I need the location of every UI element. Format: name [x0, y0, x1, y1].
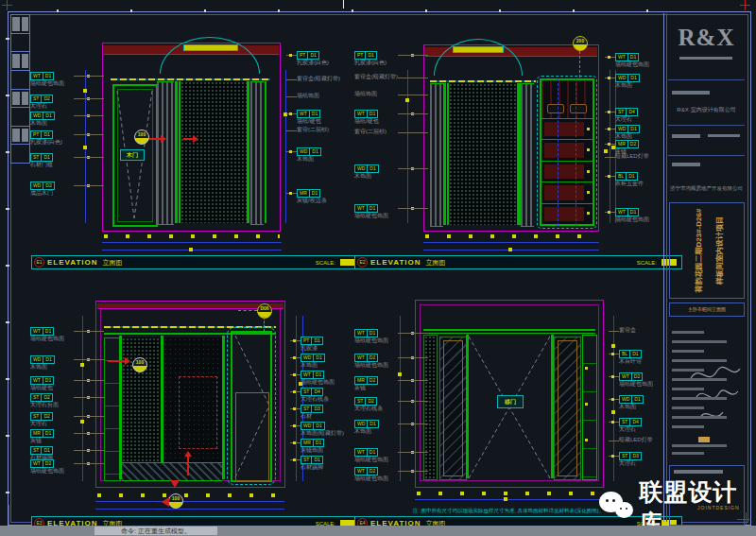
material-code: MRD2: [354, 376, 378, 385]
material-code: WDD2: [30, 182, 55, 190]
leader-tick: [87, 432, 90, 435]
material-tag: WTD1墙纸硬包饰面: [354, 448, 421, 463]
dimension-line: [95, 501, 284, 502]
leader-tick: [293, 390, 296, 393]
material-code: STD4: [619, 418, 642, 426]
material-caption: 茶镜: [354, 385, 421, 391]
watermark-subtext: JOINTDESIGN: [697, 505, 740, 510]
lintel-line: [430, 80, 536, 82]
project-name-box: 荷韵花园二期D23#-D26# 样板间室内设计项目: [669, 202, 745, 299]
material-caption: 石材门槛: [30, 162, 96, 168]
side-column: [582, 335, 597, 480]
material-code: WDD1: [354, 164, 379, 173]
material-code: WTD1: [615, 53, 639, 61]
leader-tick: [611, 375, 614, 378]
material-caption: 大理石线条: [354, 406, 421, 412]
field-bar: [672, 378, 727, 381]
material-tags-left: WTD1墙纸硬包饰面WTD2墙纸硬包饰面MRD2茶镜STD2大理石线条WDD1木…: [352, 278, 413, 531]
material-code: BLD1: [619, 350, 642, 358]
leader-tick: [608, 56, 610, 59]
leader-tick: [87, 358, 90, 361]
material-code: MRD1: [297, 189, 320, 198]
logo-tagline-bar: [679, 57, 732, 60]
dim-tick: [585, 367, 588, 370]
frame-stile: [265, 81, 266, 223]
material-tag: STD1石材门槛: [30, 153, 96, 168]
leader-tick: [411, 451, 414, 454]
door-tag: 木门: [120, 149, 145, 161]
field-bar: [672, 388, 704, 390]
field-bar: [672, 340, 727, 343]
material-tag: 窗帘盒(暗藏灯带): [354, 74, 421, 80]
material-tag: WTD2墙纸硬包饰面: [354, 354, 421, 369]
wardrobe-cabinet: [540, 78, 594, 226]
material-code: WTD2: [30, 459, 54, 468]
lintel-line: [111, 78, 270, 80]
material-code: STD4: [301, 388, 323, 396]
material-caption: 墙纸硬包饰面: [30, 80, 96, 87]
field-bar: [672, 134, 700, 138]
leader-tick: [411, 207, 414, 210]
material-caption: 大理石台面: [30, 402, 96, 408]
bubble-leader: [238, 310, 257, 311]
material-code: WTD1: [354, 110, 378, 118]
material-caption: 木饰面: [354, 428, 421, 435]
door-frame-line: [443, 340, 463, 476]
leader-tick: [608, 77, 610, 79]
material-caption: 墙纸硬包饰面: [354, 362, 421, 369]
leader-tick: [87, 449, 90, 452]
material-code: WTD1: [30, 327, 54, 336]
wechat-icon: [599, 492, 633, 524]
dimension-line: [415, 499, 602, 500]
material-caption: 成品木门: [30, 190, 96, 197]
material-code: WTD1: [615, 208, 639, 216]
dimension-line: [95, 509, 284, 510]
wall-panel: [163, 337, 222, 479]
material-code: WTD2: [354, 467, 378, 475]
command-bar[interactable]: 命令: 正在重生成模型。: [0, 526, 756, 536]
material-tag: WDD1木饰面: [354, 420, 421, 435]
crosshair-mark: [745, 0, 746, 10]
leader-tick: [289, 54, 292, 57]
shelf: [541, 140, 593, 161]
material-caption: 大理石: [30, 103, 96, 110]
material-caption: 墙纸硬包饰面: [30, 468, 96, 475]
leader-tick: [608, 211, 610, 214]
panel-title-bar: E2 ELEVATION 立面图 SCALE:: [354, 255, 682, 269]
panel-label: ELEVATION: [47, 258, 98, 267]
material-tag: WDD1木饰面: [30, 112, 96, 127]
project-name-line1: 荷韵花园二期D23#-D26#: [694, 209, 704, 293]
material-tag: WDD2成品木门: [30, 182, 96, 197]
cad-viewport: 100 木门 WTD1墙纸硬包饰面STD2大理石WDD1木饰面PTD1乳胶漆(白…: [0, 0, 756, 536]
material-code: WDD1: [615, 125, 640, 133]
hanging-section: [541, 80, 593, 119]
field-bar: [672, 444, 727, 447]
leader-tick: [411, 400, 414, 403]
material-tag: WTD1墙纸硬包饰面: [354, 329, 421, 344]
field-bar: [672, 369, 704, 372]
material-tag: WDD1木饰面: [30, 355, 96, 371]
material-code: STD3: [301, 405, 323, 413]
dim-tick: [585, 403, 588, 406]
frame-stile: [222, 336, 225, 479]
lintel-band: [423, 333, 595, 334]
material-caption: 大理石: [30, 421, 96, 427]
material-code: STD2: [354, 397, 377, 406]
material-code: BLD1: [615, 172, 638, 181]
wall-pilaster: [157, 81, 174, 225]
material-tag: WTD1墙纸硬包饰面: [354, 204, 421, 219]
field-bar: [672, 425, 704, 428]
material-caption: 墙纸硬包饰面: [354, 457, 421, 463]
material-tag: MRD2茶镜: [354, 376, 421, 391]
material-tag: WTD1墙纸/硬包: [354, 110, 421, 125]
cabinet-body: [540, 78, 594, 226]
title-block: R&X R&X·室内设计有限公司 济宁市鸿顺房地产开发有限公司 荷韵花园二期D2…: [663, 13, 748, 522]
field-bar: [672, 359, 727, 362]
field-bar: [672, 163, 700, 166]
center-tag: 移门: [497, 395, 524, 408]
panel-code-bubble: E2: [357, 257, 368, 268]
material-code: PTD1: [297, 51, 319, 60]
wall-pilaster: [430, 83, 443, 227]
field-bar: [672, 397, 727, 400]
material-code: STD2: [30, 95, 53, 103]
